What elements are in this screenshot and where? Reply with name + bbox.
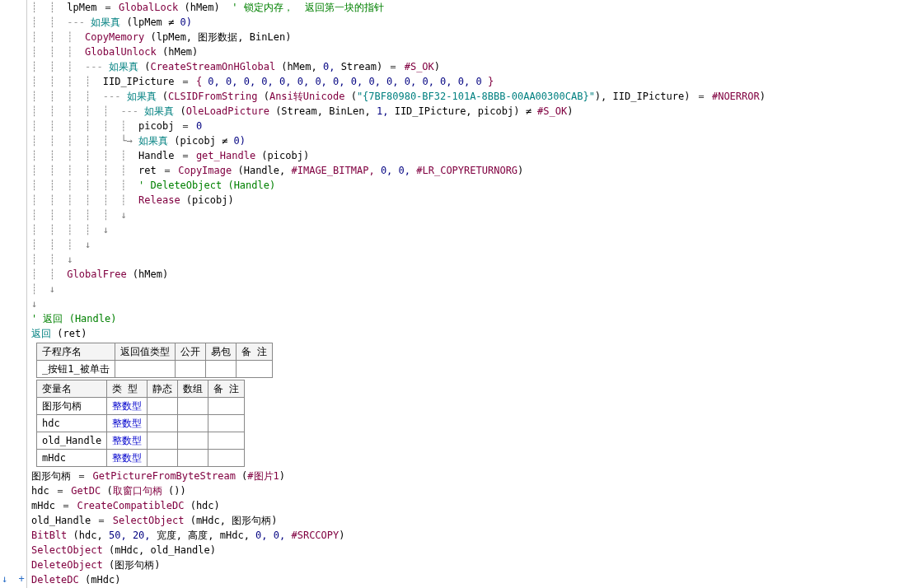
code-line[interactable]: ┊ ┊ ┊ --- 如果真 (CreateStreamOnHGlobal (hM… — [31, 59, 918, 74]
code-line[interactable]: old_Handle ＝ SelectObject (mHdc, 图形句柄) — [31, 513, 918, 528]
code-line[interactable]: ┊ ┊ ┊ ┊ ┊ ┊ Release (picobj) — [31, 193, 918, 208]
col-static: 静态 — [148, 380, 178, 398]
code-line[interactable]: ┊ ┊ ┊ ┊ ┊ ┊ ' DeleteObject (Handle) — [31, 178, 918, 193]
code-line[interactable]: ┊ ┊ ┊ CopyMemory (lpMem, 图形数据, BinLen) — [31, 30, 918, 44]
gutter — [0, 0, 27, 588]
code-line[interactable]: ┊ ┊ ┊ ┊ ┊ ┊ ret ＝ CopyImage (Handle, #IM… — [31, 163, 918, 178]
code-line[interactable]: ┊ ┊ ┊ ┊ ┊ ┊ picobj ＝ 0 — [31, 119, 918, 133]
col-type: 类 型 — [107, 380, 148, 398]
code-line[interactable]: ┊ ┊ lpMem ＝ GlobalLock (hMem) ' 锁定内存， 返回… — [31, 0, 918, 15]
col-remark: 备 注 — [208, 380, 245, 398]
code-line[interactable]: ┊ ┊ --- 如果真 (lpMem ≠ 0) — [31, 15, 918, 30]
code-line[interactable]: 图形句柄 ＝ GetPictureFromByteStream (#图片1) — [31, 469, 918, 483]
code-line[interactable]: DeleteObject (图形句柄) — [31, 558, 918, 572]
code-line[interactable]: ┊ ┊ ↓ — [31, 252, 918, 267]
code-line[interactable]: ┊ ↓ — [31, 282, 918, 296]
code-line[interactable]: ┊ ┊ ┊ ┊ ┊ --- 如果真 (OleLoadPicture (Strea… — [31, 104, 918, 119]
code-line[interactable]: SelectObject (mHdc, old_Handle) — [31, 543, 918, 558]
code-line[interactable]: 返回 (ret) — [31, 326, 918, 341]
col-var-name: 变量名 — [37, 380, 107, 398]
col-remark: 备 注 — [236, 343, 272, 361]
code-line[interactable]: DeleteDC (mHdc) — [31, 572, 918, 587]
subroutine-table[interactable]: 子程序名 返回值类型 公开 易包 备 注 _按钮1_被单击 — [36, 343, 273, 378]
col-array: 数组 — [178, 380, 208, 398]
code-line[interactable]: ┊ ┊ ┊ ┊ ↓ — [31, 222, 918, 237]
col-public: 公开 — [175, 343, 205, 361]
code-line[interactable]: mHdc ＝ CreateCompatibleDC (hdc) — [31, 498, 918, 513]
table-row[interactable]: _按钮1_被单击 — [37, 361, 273, 378]
code-line[interactable]: ┊ ┊ ┊ GlobalUnlock (hMem) — [31, 44, 918, 59]
code-line[interactable]: ┊ ┊ GlobalFree (hMem) — [31, 267, 918, 282]
table-row[interactable]: 图形句柄整数型 — [37, 398, 245, 415]
arrow-down-icon[interactable]: ↓ — [2, 573, 7, 585]
table-header-row: 子程序名 返回值类型 公开 易包 备 注 — [37, 343, 273, 361]
table-row[interactable]: mHdc整数型 — [37, 450, 245, 467]
variables-table[interactable]: 变量名 类 型 静态 数组 备 注 图形句柄整数型 hdc整数型 old_Han… — [36, 380, 245, 467]
col-epackage: 易包 — [205, 343, 236, 361]
col-sub-name: 子程序名 — [37, 343, 115, 361]
table-row[interactable]: hdc整数型 — [37, 415, 245, 432]
code-line[interactable]: ┊ ┊ ┊ ┊ ┊ ┊ Handle ＝ get_Handle (picobj) — [31, 148, 918, 163]
code-line[interactable]: ┊ ┊ ┊ ┊ IID_IPicture ＝ { 0, 0, 0, 0, 0, … — [31, 74, 918, 89]
code-line[interactable]: ↓ — [31, 296, 918, 311]
plus-icon[interactable]: + — [18, 573, 24, 585]
code-line[interactable]: ┊ ┊ ┊ ┊ ┊ ↓ — [31, 208, 918, 222]
table-header-row: 变量名 类 型 静态 数组 备 注 — [37, 380, 245, 398]
code-line[interactable]: ┊ ┊ ┊ ┊ --- 如果真 (CLSIDFromString (Ansi转U… — [31, 89, 918, 104]
code-line[interactable]: ' 返回 (Handle) — [31, 311, 918, 326]
code-line[interactable]: BitBlt (hdc, 50, 20, 宽度, 高度, mHdc, 0, 0,… — [31, 528, 918, 543]
code-line[interactable]: hdc ＝ GetDC (取窗口句柄 ()) — [31, 483, 918, 498]
code-line[interactable]: ┊ ┊ ┊ ↓ — [31, 237, 918, 252]
code-editor[interactable]: ┊ ┊ lpMem ＝ GlobalLock (hMem) ' 锁定内存， 返回… — [31, 0, 918, 588]
code-line[interactable]: ┊ ┊ ┊ ┊ ┊ └→ 如果真 (picobj ≠ 0) — [31, 133, 918, 148]
gutter-buttons: ↓ + — [2, 572, 30, 586]
col-return-type: 返回值类型 — [115, 343, 175, 361]
table-row[interactable]: old_Handle整数型 — [37, 432, 245, 450]
